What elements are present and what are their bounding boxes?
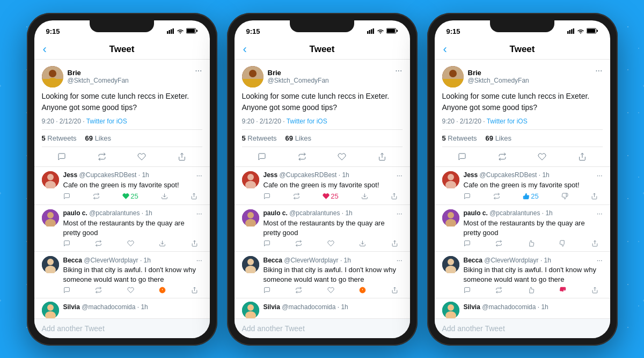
- tweet-meta-2: 9:20 · 2/12/20 · Twitter for iOS: [242, 118, 402, 125]
- svg-point-30: [47, 304, 54, 311]
- reply-text-jess-3: Cafe on the green is my favorite spot!: [464, 180, 603, 190]
- comment-becca-1[interactable]: [63, 287, 70, 294]
- share-paulo-1[interactable]: [191, 240, 198, 247]
- tweet-area-1: Brie @Sktch_ComedyFan ··· Looking for so…: [34, 60, 210, 318]
- avatar-silvia-1: [42, 302, 59, 318]
- retweet-action-3[interactable]: [498, 152, 507, 161]
- add-tweet-bar-3[interactable]: Add another Tweet: [435, 318, 610, 338]
- wifi-icon-1: [177, 28, 184, 35]
- reply-jess-3: Jess @CupcakesRDBest · 1h ··· Cafe on th…: [435, 167, 610, 205]
- comment-action-2[interactable]: [258, 152, 266, 161]
- like-action-3[interactable]: [538, 152, 546, 161]
- user-name-brie-1: Brie: [68, 69, 129, 77]
- more-icon-3[interactable]: ···: [595, 66, 602, 76]
- user-handle-brie-1: @Sktch_ComedyFan: [68, 77, 129, 84]
- share-becca-1[interactable]: [191, 287, 198, 294]
- signal-icon-3: [567, 28, 575, 35]
- reply-text-becca-2: Biking in that city is awful. I don't kn…: [264, 265, 402, 284]
- like-count-jess-2: 25: [331, 192, 338, 200]
- svg-rect-66: [573, 28, 574, 34]
- dislike-becca-3[interactable]: [559, 287, 566, 294]
- back-button-1[interactable]: ‹: [43, 42, 47, 56]
- partial-silvia-3: Silvia @machadocomida · 1h: [435, 298, 610, 318]
- reply-content-paulo-1: paulo c. @pcabralantunes · 1h ··· Most o…: [63, 209, 202, 247]
- phone-screen-2: 9:15 ‹ Tweet Brie: [235, 20, 410, 338]
- svg-point-61: [247, 304, 254, 311]
- add-tweet-bar-2[interactable]: Add another Tweet: [235, 318, 410, 338]
- more-icon-2[interactable]: ···: [395, 66, 402, 76]
- retweet-jess-1[interactable]: [93, 192, 100, 200]
- twitter-ios-link-3[interactable]: Twitter for iOS: [487, 118, 528, 125]
- svg-rect-6: [196, 30, 197, 32]
- comment-paulo-1[interactable]: [63, 240, 70, 247]
- like-jess-1[interactable]: 25: [122, 192, 138, 200]
- share-action-1[interactable]: [178, 152, 186, 161]
- reply-more-becca-1[interactable]: ···: [196, 256, 202, 264]
- like-action-1[interactable]: [137, 152, 146, 161]
- like-jess-2[interactable]: 25: [323, 192, 338, 200]
- phone-3: 9:15 ‹ Tweet Brie: [427, 13, 618, 346]
- tweet-meta-1: 9:20 · 2/12/20 · Twitter for iOS: [42, 118, 202, 125]
- retweet-becca-1[interactable]: [95, 287, 102, 294]
- svg-rect-0: [167, 31, 169, 34]
- phone-1: 9:15 ‹ Tweet: [27, 13, 217, 346]
- svg-rect-32: [367, 31, 369, 34]
- reply-actions-jess-2: 25: [264, 192, 402, 200]
- reply-content-becca-3: Becca @CleverWordplayr · 1h ··· Biking i…: [464, 256, 603, 294]
- avatar-paulo-3: [442, 209, 459, 227]
- reply-text-jess-2: Cafe on the green is my favorite spot!: [264, 180, 402, 190]
- avatar-paulo-2: [242, 209, 259, 227]
- svg-point-18: [47, 212, 54, 218]
- reply-actions-paulo-3: [464, 240, 603, 247]
- reply-becca-3: Becca @CleverWordplayr · 1h ··· Biking i…: [435, 252, 610, 298]
- svg-point-40: [249, 70, 257, 77]
- comment-action-3[interactable]: [458, 152, 466, 161]
- main-tweet-1: Brie @Sktch_ComedyFan ··· Looking for so…: [34, 60, 210, 167]
- back-button-2[interactable]: ‹: [243, 42, 247, 56]
- download-paulo-1[interactable]: [159, 240, 166, 247]
- user-name-brie-3: Brie: [468, 69, 529, 77]
- retweet-action-2[interactable]: [298, 152, 306, 161]
- comment-action-1[interactable]: [57, 152, 66, 161]
- tweet-actions-2: [242, 149, 402, 162]
- back-button-3[interactable]: ‹: [443, 42, 447, 56]
- retweet-paulo-1[interactable]: [95, 240, 102, 247]
- tweet-text-3: Looking for some cute lunch reccs in Exe…: [442, 91, 603, 113]
- reply-more-jess-1[interactable]: ···: [196, 171, 202, 179]
- reply-text-paulo-2: Most of the restaurants by the quay are …: [264, 218, 402, 238]
- share-action-3[interactable]: [578, 152, 587, 161]
- avatar-brie-2: [242, 66, 264, 87]
- wifi-icon-2: [377, 28, 384, 35]
- share-jess-1[interactable]: [191, 192, 197, 200]
- like-paulo-1[interactable]: [127, 240, 134, 247]
- user-info-brie-2: Brie @Sktch_ComedyFan: [268, 69, 329, 84]
- avatar-becca-3: [442, 256, 459, 273]
- share-action-2[interactable]: [378, 152, 386, 161]
- reply-content-paulo-3: paulo c. @pcabralantunes · 1h ··· Most o…: [464, 209, 603, 247]
- reply-more-jess-2[interactable]: ···: [397, 171, 402, 179]
- like-jess-3[interactable]: 25: [523, 192, 538, 200]
- like-action-2[interactable]: [338, 152, 346, 161]
- user-handle-brie-2: @Sktch_ComedyFan: [268, 77, 329, 84]
- more-icon-1[interactable]: ···: [195, 66, 202, 76]
- reply-actions-paulo-1: [63, 240, 202, 247]
- avatar-silvia-2: [242, 302, 259, 318]
- signal-icon-1: [167, 28, 174, 35]
- comment-jess-1[interactable]: [63, 192, 70, 200]
- download-jess-1[interactable]: [161, 192, 168, 200]
- reply-more-paulo-1[interactable]: ···: [196, 209, 202, 217]
- like-becca-1[interactable]: [127, 287, 134, 294]
- tweet-stats-3: 5 Retweets 69 Likes: [442, 129, 603, 147]
- twitter-ios-link-1[interactable]: Twitter for iOS: [86, 118, 127, 125]
- dislike-becca-1[interactable]: [159, 287, 166, 294]
- phone-2: 9:15 ‹ Tweet Brie: [227, 13, 418, 346]
- add-tweet-bar-1[interactable]: Add another Tweet: [34, 318, 210, 338]
- svg-rect-65: [571, 29, 573, 34]
- avatar-becca-1: [42, 256, 59, 273]
- twitter-ios-link-2[interactable]: Twitter for iOS: [287, 118, 327, 125]
- svg-rect-38: [397, 30, 398, 32]
- svg-rect-34: [371, 29, 372, 34]
- status-icons-3: [567, 28, 598, 35]
- retweet-action-1[interactable]: [98, 152, 106, 161]
- reply-user-paulo-1: paulo c. @pcabralantunes · 1h: [63, 209, 152, 217]
